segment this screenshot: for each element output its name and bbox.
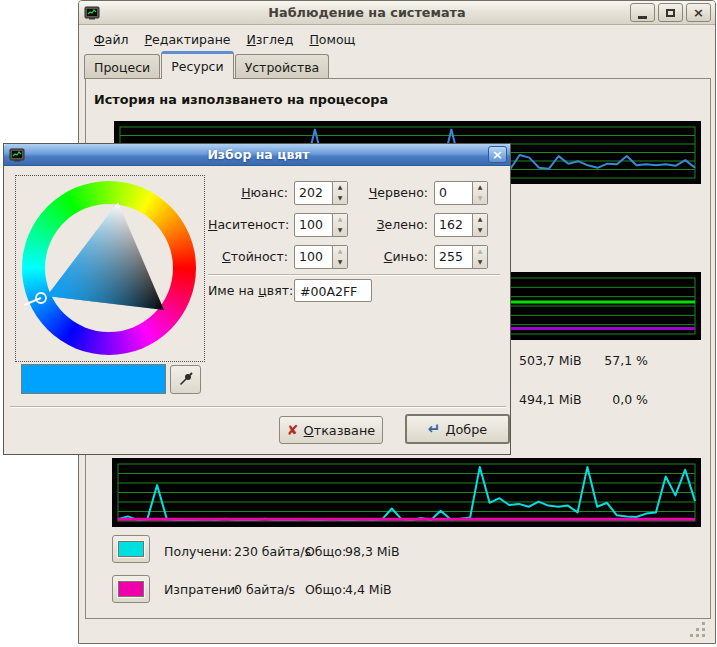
cancel-label: Отказване [304, 423, 376, 438]
network-history-graph [112, 458, 701, 527]
main-titlebar[interactable]: Наблюдение на системата × [79, 1, 715, 25]
ok-button[interactable]: ↵ Добре [405, 414, 510, 444]
blue-label: Синьо: [354, 244, 428, 269]
spin-down-icon[interactable]: ▼ [473, 193, 487, 204]
minimize-button[interactable] [630, 3, 655, 22]
sent-total: 4,4 MiB [345, 582, 392, 597]
color-name-input[interactable]: #00A2FF [294, 279, 372, 302]
memory-amount: 503,7 MiB [519, 353, 589, 368]
menu-edit[interactable]: Редактиране [137, 29, 239, 50]
tab-resources[interactable]: Ресурси [161, 51, 233, 79]
hsv-triangle[interactable] [16, 176, 206, 363]
fields-separator [208, 274, 500, 276]
maximize-icon [666, 9, 675, 17]
received-rate: 230 байта/s [234, 544, 311, 559]
action-separator [10, 406, 506, 408]
close-icon: × [693, 6, 704, 19]
maximize-button[interactable] [658, 3, 683, 22]
sent-color-swatch [118, 581, 144, 597]
app-icon [84, 5, 100, 21]
spin-down-icon[interactable]: ▼ [473, 257, 487, 268]
value-spinbox[interactable]: 100 ▲▼ [294, 245, 348, 269]
menu-view[interactable]: Изглед [239, 29, 302, 50]
cancel-icon: ✘ [287, 422, 299, 438]
spin-up-icon[interactable]: ▲ [473, 246, 487, 257]
received-label: Получени: [164, 544, 232, 559]
close-icon: × [492, 147, 503, 162]
saturation-label: Наситеност: [208, 212, 288, 237]
dialog-titlebar[interactable]: Избор на цвят × [4, 144, 510, 166]
hue-label: Нюанс: [208, 180, 288, 205]
color-name-label: Име на цвят: [208, 283, 288, 298]
menu-help[interactable]: Помощ [301, 29, 363, 50]
received-color-button[interactable] [112, 535, 150, 563]
spin-up-icon[interactable]: ▲ [333, 246, 347, 257]
dialog-app-icon [9, 147, 25, 163]
sent-total-label: Общо: [305, 582, 346, 597]
saturation-spinbox[interactable]: 100 ▲▼ [294, 213, 348, 237]
main-window-title: Наблюдение на системата [104, 5, 630, 20]
tab-processes[interactable]: Процеси [84, 54, 160, 79]
resize-grip[interactable] [690, 622, 706, 638]
window-controls: × [630, 3, 711, 22]
value-label: Стойност: [208, 244, 288, 269]
dialog-close-button[interactable]: × [488, 146, 507, 163]
cpu-section-title: История на използването на процесора [94, 92, 388, 107]
red-spinbox[interactable]: 0 ▲▼ [434, 181, 488, 205]
menu-file[interactable]: Файл [86, 29, 137, 50]
ok-icon: ↵ [428, 420, 441, 438]
close-button[interactable]: × [686, 3, 711, 22]
sent-color-button[interactable] [112, 575, 150, 603]
spin-up-icon[interactable]: ▲ [473, 182, 487, 193]
cancel-button[interactable]: ✘ Отказване [279, 416, 383, 444]
desktop: Наблюдение на системата × Файл Редактира… [0, 0, 717, 647]
blue-spinbox[interactable]: 255 ▲▼ [434, 245, 488, 269]
sent-rate: 0 байта/s [234, 582, 295, 597]
swap-amount: 494,1 MiB [519, 392, 589, 407]
eyedropper-icon [178, 372, 193, 387]
dialog-title: Избор на цвят [29, 147, 488, 162]
hue-spinbox[interactable]: 202 ▲▼ [294, 181, 348, 205]
ok-label: Добре [445, 422, 487, 437]
memory-percent: 57,1 % [604, 353, 648, 368]
green-spinbox[interactable]: 162 ▲▼ [434, 213, 488, 237]
received-color-swatch [118, 541, 144, 557]
color-value-fields: Нюанс: 202 ▲▼ Червено: 0 ▲▼ Наситеност: … [208, 180, 488, 269]
sent-label: Изпратени: [164, 582, 239, 597]
resize-grip-dots [702, 622, 705, 625]
spin-down-icon[interactable]: ▼ [333, 193, 347, 204]
red-label: Червено: [354, 180, 428, 205]
swap-percent: 0,0 % [604, 392, 648, 407]
eyedropper-button[interactable] [170, 365, 201, 394]
spin-up-icon[interactable]: ▲ [333, 214, 347, 225]
color-picker-dialog: Избор на цвят × [3, 143, 511, 455]
spin-up-icon[interactable]: ▲ [473, 214, 487, 225]
notebook-tabs: Процеси Ресурси Устройства [84, 51, 330, 79]
green-label: Зелено: [354, 212, 428, 237]
minimize-icon [638, 16, 647, 19]
received-total-label: Общо: [305, 544, 346, 559]
spin-down-icon[interactable]: ▼ [333, 257, 347, 268]
menubar: Файл Редактиране Изглед Помощ [80, 26, 714, 52]
spin-down-icon[interactable]: ▼ [333, 225, 347, 236]
spin-down-icon[interactable]: ▼ [473, 225, 487, 236]
color-wheel-area[interactable] [15, 175, 205, 362]
received-total: 98,3 MiB [345, 544, 400, 559]
tab-devices[interactable]: Устройства [235, 54, 330, 79]
spin-up-icon[interactable]: ▲ [333, 182, 347, 193]
selected-color-preview [21, 364, 166, 394]
